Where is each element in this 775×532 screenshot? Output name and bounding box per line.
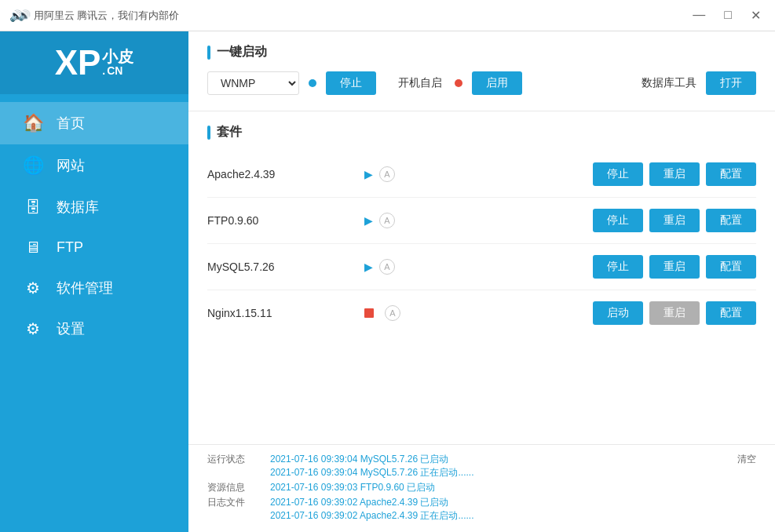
main-layout: XP 小皮 . CN 🏠 首页 🌐 网站 🗄: [0, 31, 775, 532]
mysql-play-icon: ▶: [364, 261, 373, 273]
runtime-val-1: 2021-07-16 09:39:04 MySQL5.7.26 已启动: [270, 453, 737, 466]
suite-item-nginx: Nginx1.15.11 A 启动 重启 配置: [207, 290, 756, 336]
sidebar-nav: 🏠 首页 🌐 网站 🗄 数据库 🖥 FTP ⚙ 软件管理 ⚙ 设置: [0, 102, 188, 349]
log-key: 日志文件: [207, 496, 270, 509]
content-area: 一键启动 WNMP WAMP WNginxMP 停止 开机自启 启用 数据库工具…: [188, 31, 775, 532]
nginx-config-button[interactable]: 配置: [706, 301, 756, 325]
ftp-actions: 停止 重启 配置: [593, 209, 756, 232]
mysql-name: MySQL5.7.26: [207, 261, 364, 273]
mysql-lock-icon: A: [379, 259, 395, 275]
resource-val: 2021-07-16 09:39:03 FTP0.9.60 已启动: [270, 481, 756, 494]
apache-stop-button[interactable]: 停止: [593, 162, 643, 186]
mysql-stop-button[interactable]: 停止: [593, 255, 643, 279]
one-click-title: 一键启动: [207, 44, 756, 60]
suite-item-apache: Apache2.4.39 ▶ A 停止 重启 配置: [207, 151, 756, 198]
open-button[interactable]: 打开: [706, 71, 756, 95]
suite-section: 套件 Apache2.4.39 ▶ A 停止 重启 配置: [188, 111, 775, 444]
apache-lock-icon: A: [379, 166, 395, 182]
sidebar-item-ftp-label: FTP: [57, 239, 83, 256]
nginx-restart-button[interactable]: 重启: [649, 301, 700, 325]
suite-item-ftp: FTP0.9.60 ▶ A 停止 重启 配置: [207, 198, 756, 244]
announcement-text: 🔊 用阿里云 腾讯云，我们有内部价: [15, 9, 688, 23]
mysql-icons: ▶ A: [364, 259, 593, 275]
software-icon: ⚙: [22, 279, 44, 297]
nginx-name: Nginx1.15.11: [207, 307, 364, 319]
nginx-start-button[interactable]: 启动: [593, 301, 643, 325]
sidebar-item-home-label: 首页: [57, 114, 85, 133]
mysql-config-button[interactable]: 配置: [706, 255, 756, 279]
website-icon: 🌐: [22, 155, 44, 176]
clear-button[interactable]: 清空: [737, 453, 756, 466]
restore-button[interactable]: □: [719, 6, 737, 24]
sidebar: XP 小皮 . CN 🏠 首页 🌐 网站 🗄: [0, 31, 188, 532]
apache-actions: 停止 重启 配置: [593, 162, 756, 186]
ftp-play-icon: ▶: [364, 214, 373, 227]
ftp-lock-icon: A: [379, 213, 395, 228]
sidebar-item-database[interactable]: 🗄 数据库: [0, 187, 188, 228]
sidebar-logo: XP 小皮 . CN: [0, 31, 188, 94]
profile-select[interactable]: WNMP WAMP WNginxMP: [207, 71, 299, 95]
sidebar-item-settings-label: 设置: [57, 319, 85, 338]
ftp-name: FTP0.9.60: [207, 214, 364, 227]
nginx-icons: A: [364, 305, 593, 321]
ftp-icons: ▶ A: [364, 213, 593, 228]
log-val-1: 2021-07-16 09:39:02 Apache2.4.39 已启动: [270, 496, 756, 509]
ftp-icon: 🖥: [22, 239, 44, 257]
sidebar-item-software[interactable]: ⚙ 软件管理: [0, 268, 188, 308]
enable-button[interactable]: 启用: [472, 71, 522, 95]
boot-status-dot: [455, 79, 462, 87]
one-click-section: 一键启动 WNMP WAMP WNginxMP 停止 开机自启 启用 数据库工具…: [188, 31, 775, 111]
mysql-restart-button[interactable]: 重启: [649, 255, 700, 279]
profile-status-dot: [309, 79, 316, 87]
nginx-stop-dot: [364, 308, 374, 318]
suite-title: 套件: [207, 124, 756, 140]
sidebar-item-software-label: 软件管理: [57, 279, 113, 297]
runtime-key: 运行状态: [207, 453, 270, 466]
suite-list: Apache2.4.39 ▶ A 停止 重启 配置 FTP0.9.60: [207, 151, 756, 336]
status-row-runtime: 运行状态 2021-07-16 09:39:04 MySQL5.7.26 已启动…: [207, 453, 756, 479]
close-button[interactable]: ✕: [746, 6, 766, 24]
title-bar: 🔊 🔊 用阿里云 腾讯云，我们有内部价 — □ ✕: [0, 0, 775, 31]
sidebar-item-ftp[interactable]: 🖥 FTP: [0, 228, 188, 268]
sidebar-item-database-label: 数据库: [57, 198, 99, 217]
logo-small: 小皮: [102, 48, 133, 65]
boot-label: 开机自启: [398, 76, 442, 90]
home-icon: 🏠: [22, 113, 44, 133]
ftp-restart-button[interactable]: 重启: [649, 209, 700, 232]
database-icon: 🗄: [22, 199, 44, 217]
status-bar: 运行状态 2021-07-16 09:39:04 MySQL5.7.26 已启动…: [188, 444, 775, 532]
resource-key: 资源信息: [207, 481, 270, 494]
nginx-actions: 启动 重启 配置: [593, 301, 756, 325]
suite-item-mysql: MySQL5.7.26 ▶ A 停止 重启 配置: [207, 244, 756, 290]
ftp-stop-button[interactable]: 停止: [593, 209, 643, 232]
apache-name: Apache2.4.39: [207, 168, 364, 180]
status-row-log: 日志文件 2021-07-16 09:39:02 Apache2.4.39 已启…: [207, 496, 756, 523]
apache-config-button[interactable]: 配置: [706, 162, 756, 186]
window-controls: — □ ✕: [688, 6, 766, 24]
nginx-lock-icon: A: [385, 305, 400, 321]
runtime-val-2: 2021-07-16 09:39:04 MySQL5.7.26 正在启动....…: [270, 466, 737, 479]
db-tools-label: 数据库工具: [642, 76, 696, 90]
mysql-actions: 停止 重启 配置: [593, 255, 756, 279]
minimize-button[interactable]: —: [688, 6, 710, 24]
sidebar-item-home[interactable]: 🏠 首页: [0, 102, 188, 144]
one-click-bar: WNMP WAMP WNginxMP 停止 开机自启 启用 数据库工具 打开: [207, 71, 756, 95]
log-val-2: 2021-07-16 09:39:02 Apache2.4.39 正在启动...…: [270, 509, 756, 523]
logo-cn: CN: [107, 65, 122, 77]
apache-restart-button[interactable]: 重启: [649, 162, 700, 186]
stop-button[interactable]: 停止: [326, 71, 376, 95]
apache-play-icon: ▶: [364, 168, 373, 180]
ftp-config-button[interactable]: 配置: [706, 209, 756, 232]
status-row-resource: 资源信息 2021-07-16 09:39:03 FTP0.9.60 已启动: [207, 481, 756, 494]
logo-xp: XP: [55, 46, 101, 80]
logo-dot: .: [102, 65, 105, 77]
sidebar-item-settings[interactable]: ⚙ 设置: [0, 308, 188, 349]
sidebar-item-website-label: 网站: [57, 156, 85, 175]
settings-icon: ⚙: [22, 319, 44, 338]
apache-icons: ▶ A: [364, 166, 593, 182]
sidebar-item-website[interactable]: 🌐 网站: [0, 144, 188, 187]
